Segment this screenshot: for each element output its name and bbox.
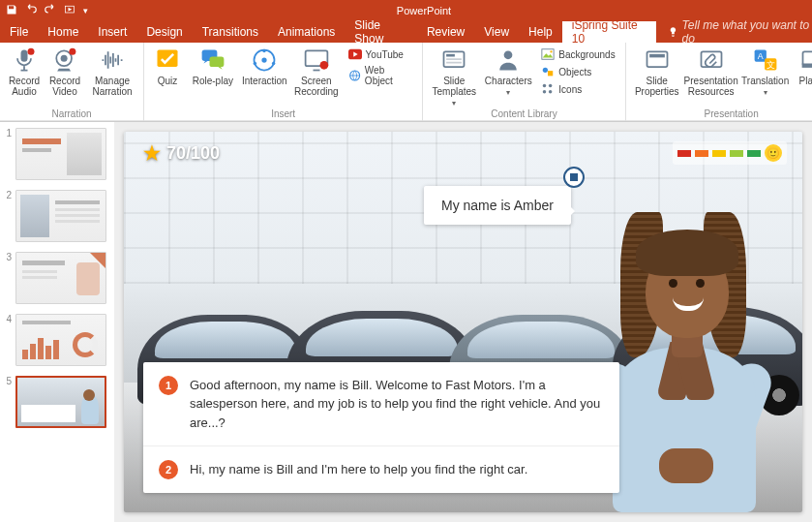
- tab-animations[interactable]: Animations: [268, 21, 345, 43]
- save-icon[interactable]: [6, 4, 17, 17]
- tab-insert[interactable]: Insert: [88, 21, 136, 43]
- translate-icon: A文: [752, 46, 779, 74]
- objects-button[interactable]: Objects: [539, 64, 617, 79]
- start-from-beginning-icon[interactable]: [64, 4, 75, 17]
- thumbnail-4[interactable]: [15, 314, 106, 366]
- svg-point-5: [69, 48, 75, 55]
- undo-icon[interactable]: [25, 4, 37, 17]
- answer-panel: 1 Good afternoon, my name is Bill. Welco…: [143, 362, 619, 494]
- youtube-icon: [348, 47, 362, 61]
- workspace: 1 2 3 4: [0, 122, 812, 522]
- translation-button[interactable]: A文 Translation ▾: [738, 45, 793, 97]
- icons-button[interactable]: Icons: [539, 81, 617, 97]
- youtube-button[interactable]: YouTube: [346, 46, 415, 62]
- redo-icon[interactable]: [45, 4, 56, 17]
- slide-properties-button[interactable]: Slide Properties: [630, 45, 684, 97]
- group-content-library: Slide Templates ▾ Characters ▾ Backgroun…: [423, 43, 625, 121]
- interaction-icon: [251, 46, 278, 74]
- person-icon: [495, 46, 522, 74]
- svg-rect-1: [21, 50, 28, 62]
- roleplay-scene: ★ 70/100 🙂 My name is Amber: [124, 132, 802, 512]
- svg-point-4: [61, 55, 68, 62]
- svg-rect-20: [446, 58, 462, 60]
- menu-bar: File Home Insert Design Transitions Anim…: [0, 21, 812, 43]
- shapes-icon: [541, 65, 555, 78]
- tell-me-placeholder: Tell me what you want to do: [682, 18, 812, 46]
- thumbnail-3[interactable]: [15, 252, 106, 304]
- presentation-resources-button[interactable]: Presentation Resources: [684, 45, 738, 97]
- slide-editor: ★ 70/100 🙂 My name is Amber: [114, 122, 812, 522]
- webcam-icon: [51, 46, 78, 74]
- svg-rect-38: [802, 51, 812, 65]
- quiz-icon: [154, 46, 181, 74]
- slide-props-icon: [644, 46, 671, 74]
- tab-design[interactable]: Design: [136, 21, 192, 43]
- quiz-button[interactable]: Quiz: [148, 45, 187, 86]
- svg-point-28: [549, 84, 553, 88]
- slide-templates-button[interactable]: Slide Templates ▾: [427, 45, 481, 107]
- player-button[interactable]: Player: [793, 45, 812, 86]
- record-audio-button[interactable]: Record Audio: [4, 45, 45, 97]
- picture-icon: [541, 47, 555, 61]
- tell-me-search[interactable]: Tell me what you want to do: [656, 21, 812, 43]
- characters-button[interactable]: Characters ▾: [481, 45, 535, 97]
- svg-rect-21: [446, 62, 462, 64]
- svg-point-22: [504, 50, 513, 59]
- svg-rect-31: [647, 51, 667, 67]
- tab-slideshow[interactable]: Slide Show: [345, 21, 417, 43]
- attachment-icon: [698, 46, 725, 74]
- svg-rect-33: [701, 51, 721, 67]
- svg-rect-32: [649, 54, 665, 58]
- tab-review[interactable]: Review: [417, 21, 474, 43]
- svg-rect-23: [542, 49, 554, 60]
- ribbon: Record Audio Record Video Manage Narrati…: [0, 43, 812, 122]
- screen-record-icon: [303, 46, 330, 74]
- answer-option-2[interactable]: 2 Hi, my name is Bill and I'm here to he…: [143, 445, 619, 493]
- thumbnail-5[interactable]: [15, 376, 106, 428]
- svg-point-13: [272, 62, 276, 66]
- svg-rect-26: [548, 71, 553, 76]
- app-title: PowerPoint: [94, 5, 754, 16]
- svg-point-30: [549, 90, 553, 94]
- svg-point-12: [254, 62, 257, 66]
- player-icon: [799, 46, 812, 74]
- smiley-icon: 🙂: [765, 144, 782, 162]
- thumbnail-1[interactable]: [15, 128, 106, 180]
- slide-thumbnails-panel[interactable]: 1 2 3 4: [0, 122, 114, 522]
- lightbulb-icon: [668, 26, 678, 38]
- group-narration: Record Audio Record Video Manage Narrati…: [0, 43, 144, 121]
- screen-recording-button[interactable]: Screen Recording: [290, 45, 342, 97]
- roleplay-button[interactable]: Role-play: [187, 45, 238, 86]
- svg-rect-39: [801, 64, 812, 68]
- svg-text:文: 文: [766, 60, 774, 70]
- tab-file[interactable]: File: [0, 21, 38, 43]
- svg-point-25: [543, 68, 548, 73]
- record-video-button[interactable]: Record Video: [45, 45, 85, 97]
- group-insert: Quiz Role-play Interaction Screen Record…: [144, 43, 423, 121]
- svg-point-11: [263, 49, 267, 53]
- score-indicator: ★ 70/100: [143, 141, 220, 165]
- backgrounds-button[interactable]: Backgrounds: [539, 46, 617, 62]
- tab-transitions[interactable]: Transitions: [193, 21, 268, 43]
- qat-customize-icon[interactable]: ▾: [83, 6, 88, 15]
- tab-home[interactable]: Home: [38, 21, 88, 43]
- group-presentation: Slide Properties Presentation Resources …: [626, 43, 812, 121]
- waveform-icon: [99, 46, 126, 74]
- svg-point-15: [319, 61, 328, 70]
- stop-marker-icon[interactable]: [563, 167, 585, 188]
- svg-point-2: [28, 48, 35, 55]
- tab-view[interactable]: View: [474, 21, 519, 43]
- manage-narration-button[interactable]: Manage Narration: [85, 45, 139, 97]
- tab-ispring[interactable]: iSpring Suite 10: [562, 21, 656, 43]
- answer-option-1[interactable]: 1 Good afternoon, my name is Bill. Welco…: [143, 362, 619, 446]
- interaction-button[interactable]: Interaction: [239, 45, 290, 86]
- web-object-button[interactable]: Web Object: [346, 64, 415, 87]
- microphone-icon: [11, 46, 38, 74]
- svg-rect-19: [446, 54, 455, 57]
- grid-icon: [541, 82, 555, 96]
- thumbnail-2[interactable]: [15, 190, 106, 242]
- star-icon: ★: [143, 141, 161, 165]
- tab-help[interactable]: Help: [519, 21, 562, 43]
- svg-point-10: [262, 57, 267, 62]
- speech-bubble: My name is Amber: [424, 186, 571, 225]
